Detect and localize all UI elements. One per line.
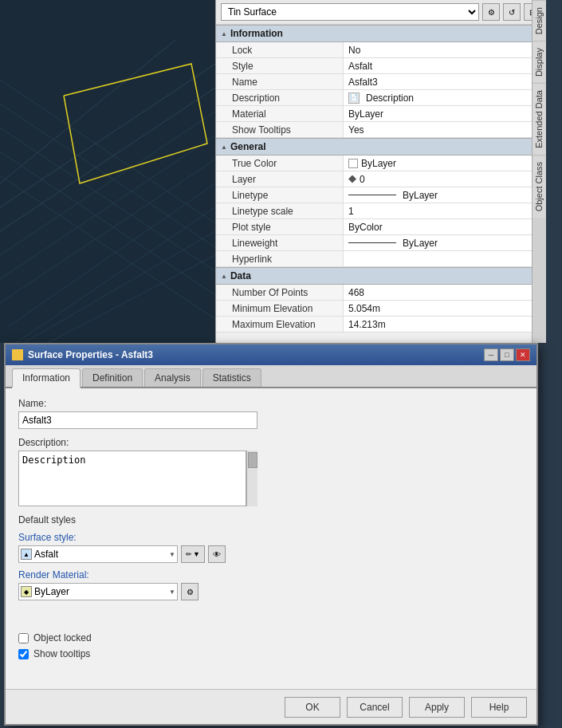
prop-value-layer: 0 xyxy=(344,171,532,187)
prop-row-linetype: Linetype ByLayer xyxy=(216,187,532,203)
layer-icon xyxy=(348,175,356,183)
data-section-header[interactable]: ▲ Data xyxy=(216,267,532,285)
side-tab-design[interactable]: Design xyxy=(533,0,545,41)
render-material-dropdown-arrow: ▼ xyxy=(169,588,175,596)
render-material-label: Render Material: xyxy=(18,569,524,580)
tab-definition[interactable]: Definition xyxy=(82,368,143,387)
default-styles-title: Default styles xyxy=(18,514,524,525)
props-content: ▲ Information Lock No Style Asfalt Name … xyxy=(216,25,532,342)
data-section-title: Data xyxy=(230,270,251,281)
prop-label-layer: Layer xyxy=(216,171,344,187)
color-swatch xyxy=(348,159,358,168)
prop-label-lock: Lock xyxy=(216,42,344,57)
surface-style-select-wrapper: ▲ Asfalt ▼ xyxy=(18,545,178,563)
cad-viewport xyxy=(0,0,215,343)
apply-button[interactable]: Apply xyxy=(409,697,465,718)
prop-value-linetypescale: 1 xyxy=(344,203,532,218)
linetype-line-1 xyxy=(348,195,396,195)
object-locked-label: Object locked xyxy=(33,632,92,643)
prop-row-description: Description 📄 Description xyxy=(216,90,532,106)
prop-row-minelevation: Minimum Elevation 5.054m xyxy=(216,301,532,317)
prop-row-lineweight: Lineweight ByLayer xyxy=(216,235,532,251)
tab-information[interactable]: Information xyxy=(12,368,81,388)
prop-label-maxelevation: Maximum Elevation xyxy=(216,317,344,332)
render-material-row: ◆ ByLayer ▼ ⚙ xyxy=(18,583,524,600)
object-locked-checkbox[interactable] xyxy=(18,633,29,643)
description-scrollbar[interactable] xyxy=(246,451,257,506)
surface-style-dropdown[interactable]: Asfalt xyxy=(34,549,167,560)
prop-label-linetypescale: Linetype scale xyxy=(216,203,344,218)
maximize-button[interactable]: □ xyxy=(500,348,514,361)
surface-style-icon: ▲ xyxy=(21,549,32,560)
show-tooltips-row: Show tooltips xyxy=(18,648,524,659)
tab-statistics[interactable]: Statistics xyxy=(202,368,261,387)
dialog-tabs: Information Definition Analysis Statisti… xyxy=(6,365,536,388)
dialog-controls: ─ □ ✕ xyxy=(484,348,530,361)
toolbar-btn-1[interactable]: ⚙ xyxy=(482,3,500,21)
prop-row-style: Style Asfalt xyxy=(216,58,532,74)
prop-value-style: Asfalt xyxy=(344,58,532,73)
prop-value-hyperlink xyxy=(344,251,532,266)
dialog-title: Surface Properties - Asfalt3 xyxy=(12,349,153,360)
name-label: Name: xyxy=(18,398,524,409)
prop-label-name: Name xyxy=(216,74,344,89)
tab-analysis[interactable]: Analysis xyxy=(144,368,201,387)
close-button[interactable]: ✕ xyxy=(516,348,530,361)
render-material-dropdown[interactable]: ByLayer xyxy=(34,586,167,597)
collapse-arrow-general: ▲ xyxy=(221,144,227,151)
prop-label-description: Description xyxy=(216,90,344,105)
prop-row-material: Material ByLayer xyxy=(216,106,532,122)
general-section-header[interactable]: ▲ General xyxy=(216,138,532,155)
ok-button[interactable]: OK xyxy=(285,697,340,718)
collapse-arrow-info: ▲ xyxy=(221,30,227,37)
prop-row-maxelevation: Maximum Elevation 14.213m xyxy=(216,317,532,333)
prop-value-truecolor: ByLayer xyxy=(344,155,532,171)
prop-label-plotstyle: Plot style xyxy=(216,219,344,234)
surface-type-dropdown[interactable]: Tin Surface xyxy=(221,3,479,21)
side-tab-display[interactable]: Display xyxy=(533,41,545,83)
side-tab-object-class[interactable]: Object Class xyxy=(533,155,545,218)
prop-label-material: Material xyxy=(216,106,344,121)
prop-label-lineweight: Lineweight xyxy=(216,235,344,250)
surface-style-edit-btn[interactable]: ✏▼ xyxy=(181,545,205,563)
prop-value-maxelevation: 14.213m xyxy=(344,317,532,332)
surface-style-preview-btn[interactable]: 👁 xyxy=(208,545,226,563)
prop-label-numpoints: Number Of Points xyxy=(216,285,344,300)
object-locked-row: Object locked xyxy=(18,632,524,643)
prop-row-hyperlink: Hyperlink xyxy=(216,251,532,267)
prop-value-plotstyle: ByColor xyxy=(344,219,532,234)
render-material-icon: ◆ xyxy=(21,586,32,597)
information-section-title: Information xyxy=(230,28,283,39)
prop-value-lock: No xyxy=(344,42,532,57)
prop-value-description: 📄 Description xyxy=(344,90,532,105)
description-form-group: Description: Description xyxy=(18,437,524,506)
scrollbar-thumb xyxy=(248,452,257,468)
general-section-title: General xyxy=(230,141,266,152)
render-material-edit-btn[interactable]: ⚙ xyxy=(181,583,198,600)
help-button[interactable]: Help xyxy=(471,697,527,718)
prop-label-tooltips: Show Tooltips xyxy=(216,122,344,137)
surface-properties-dialog: Surface Properties - Asfalt3 ─ □ ✕ Infor… xyxy=(4,343,538,726)
prop-row-plotstyle: Plot style ByColor xyxy=(216,219,532,235)
cancel-button[interactable]: Cancel xyxy=(347,697,403,718)
prop-value-minelevation: 5.054m xyxy=(344,301,532,316)
prop-value-material: ByLayer xyxy=(344,106,532,121)
prop-value-linetype: ByLayer xyxy=(344,187,532,203)
prop-row-name: Name Asfalt3 xyxy=(216,74,532,90)
dialog-title-icon xyxy=(12,349,23,360)
show-tooltips-checkbox[interactable] xyxy=(18,649,29,659)
properties-panel: Tin Surface ⚙ ↺ ⊞ ▲ Information Lock No … xyxy=(215,0,546,343)
side-tabs: Design Display Extended Data Object Clas… xyxy=(532,0,546,343)
side-tab-extended-data[interactable]: Extended Data xyxy=(533,83,545,155)
information-section-header[interactable]: ▲ Information xyxy=(216,25,532,42)
prop-row-linetypescale: Linetype scale 1 xyxy=(216,203,532,219)
default-styles-group: Default styles Surface style: ▲ Asfalt ▼… xyxy=(18,514,524,600)
linetype-line-2 xyxy=(348,242,396,243)
toolbar-btn-2[interactable]: ↺ xyxy=(503,3,521,21)
render-material-select-wrapper: ◆ ByLayer ▼ xyxy=(18,583,178,600)
minimize-button[interactable]: ─ xyxy=(484,348,498,361)
description-textarea[interactable]: Description xyxy=(18,451,246,506)
surface-style-row: ▲ Asfalt ▼ ✏▼ 👁 xyxy=(18,545,524,563)
description-textarea-wrapper: Description xyxy=(18,451,257,506)
name-input[interactable] xyxy=(18,411,257,429)
